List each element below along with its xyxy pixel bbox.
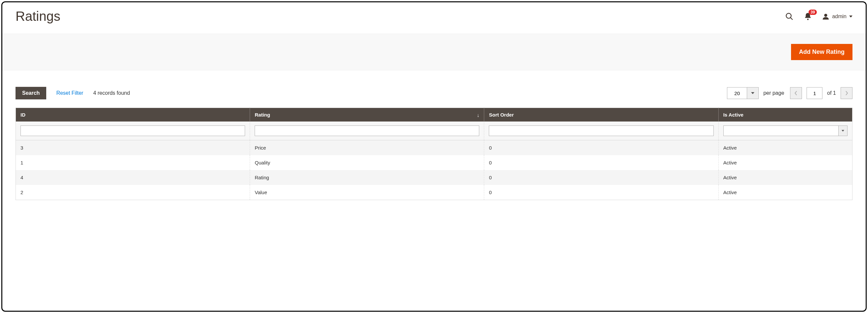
chevron-down-icon: [842, 129, 844, 132]
table-row[interactable]: 4 Rating 0 Active: [16, 170, 852, 185]
filter-sort-order-input[interactable]: [489, 125, 713, 136]
per-page-label: per page: [763, 90, 784, 96]
search-icon[interactable]: [785, 12, 794, 21]
filter-is-active-dropdown-button[interactable]: [838, 125, 847, 136]
svg-point-2: [807, 19, 809, 20]
cell-rating: Price: [250, 140, 484, 156]
cell-sort-order: 0: [484, 170, 718, 185]
chevron-left-icon: [794, 91, 798, 95]
sort-ascending-icon: ↓: [477, 112, 479, 118]
notifications-icon[interactable]: 39: [804, 12, 812, 21]
cell-id: 2: [16, 185, 250, 200]
filter-rating-input[interactable]: [255, 125, 479, 136]
column-header-rating[interactable]: Rating ↓: [250, 108, 484, 122]
user-menu[interactable]: admin: [822, 13, 852, 20]
action-toolbar: Add New Rating: [2, 34, 866, 70]
column-header-is-active[interactable]: Is Active: [718, 108, 852, 122]
cell-sort-order: 0: [484, 185, 718, 200]
filter-is-active-select[interactable]: [723, 125, 838, 136]
add-new-rating-button[interactable]: Add New Rating: [791, 44, 852, 60]
records-found-text: 4 records found: [93, 90, 130, 96]
per-page-input[interactable]: [727, 87, 747, 99]
svg-line-1: [791, 18, 793, 20]
filter-id-input[interactable]: [21, 125, 245, 136]
cell-is-active: Active: [718, 170, 852, 185]
cell-rating: Rating: [250, 170, 484, 185]
ratings-table: ID Rating ↓ Sort Order Is Active: [16, 108, 852, 200]
chevron-down-icon: [849, 15, 852, 18]
next-page-button[interactable]: [841, 87, 852, 99]
cell-is-active: Active: [718, 185, 852, 200]
column-header-id[interactable]: ID: [16, 108, 250, 122]
header-actions: 39 admin: [785, 12, 852, 21]
prev-page-button[interactable]: [790, 87, 802, 99]
svg-point-0: [786, 13, 792, 18]
user-icon: [822, 13, 829, 20]
column-header-sort-order[interactable]: Sort Order: [484, 108, 718, 122]
search-button[interactable]: Search: [16, 87, 46, 99]
table-row[interactable]: 2 Value 0 Active: [16, 185, 852, 200]
page-title: Ratings: [16, 9, 60, 24]
svg-point-3: [825, 13, 827, 17]
cell-rating: Quality: [250, 155, 484, 170]
notification-badge: 39: [809, 9, 817, 15]
page-input[interactable]: [807, 87, 823, 99]
cell-id: 4: [16, 170, 250, 185]
per-page-dropdown[interactable]: [747, 87, 759, 99]
table-row[interactable]: 3 Price 0 Active: [16, 140, 852, 156]
cell-is-active: Active: [718, 140, 852, 156]
cell-sort-order: 0: [484, 155, 718, 170]
username-label: admin: [832, 13, 846, 20]
cell-rating: Value: [250, 185, 484, 200]
chevron-right-icon: [845, 91, 848, 95]
reset-filter-link[interactable]: Reset Filter: [56, 90, 83, 96]
table-row[interactable]: 1 Quality 0 Active: [16, 155, 852, 170]
cell-id: 1: [16, 155, 250, 170]
cell-is-active: Active: [718, 155, 852, 170]
pages-total-label: of 1: [827, 90, 836, 96]
chevron-down-icon: [751, 92, 754, 95]
cell-id: 3: [16, 140, 250, 156]
cell-sort-order: 0: [484, 140, 718, 156]
